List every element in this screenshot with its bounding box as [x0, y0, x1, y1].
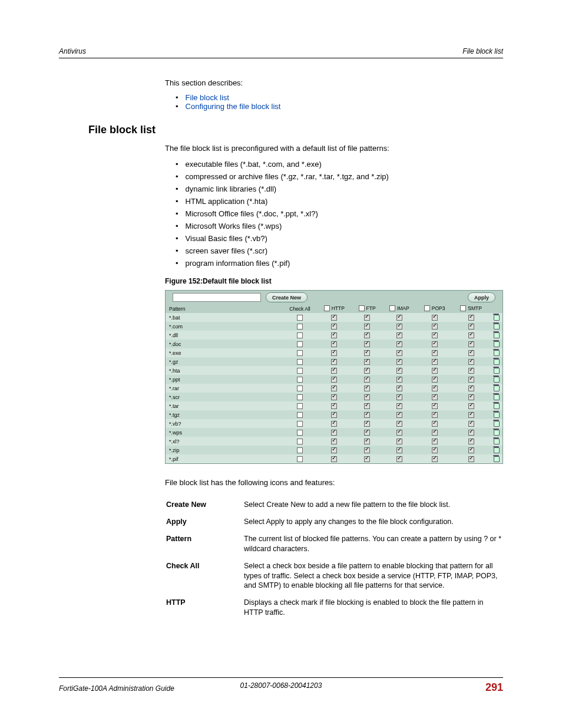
checkbox-service[interactable]: [396, 368, 402, 374]
checkbox-service[interactable]: [432, 377, 438, 383]
checkbox-service[interactable]: [468, 315, 474, 321]
checkbox-service[interactable]: [432, 430, 438, 436]
checkbox-service[interactable]: [432, 368, 438, 374]
checkbox-service[interactable]: [432, 315, 438, 321]
checkbox-checkall[interactable]: [297, 368, 303, 374]
checkbox-checkall[interactable]: [297, 456, 303, 462]
checkbox-checkall[interactable]: [297, 377, 303, 383]
checkbox-service[interactable]: [432, 324, 438, 330]
checkbox-service[interactable]: [364, 439, 370, 444]
checkbox-service[interactable]: [432, 394, 438, 400]
checkbox-service[interactable]: [396, 377, 402, 383]
checkbox-service[interactable]: [331, 430, 337, 436]
checkbox-service[interactable]: [364, 403, 370, 409]
checkbox-service[interactable]: [364, 412, 370, 418]
checkbox-service[interactable]: [364, 359, 370, 365]
trash-icon[interactable]: [493, 446, 500, 453]
checkbox-service[interactable]: [432, 456, 438, 462]
trash-icon[interactable]: [493, 331, 500, 338]
checkbox-service[interactable]: [468, 447, 474, 453]
checkbox-service[interactable]: [364, 324, 370, 330]
checkbox-checkall[interactable]: [297, 359, 303, 365]
apply-button[interactable]: Apply: [468, 292, 495, 302]
checkbox-service[interactable]: [331, 403, 337, 409]
checkbox-service[interactable]: [331, 394, 337, 400]
checkbox-service[interactable]: [364, 315, 370, 321]
checkbox-service[interactable]: [468, 412, 474, 418]
pattern-input[interactable]: [173, 293, 261, 302]
checkbox-header-imap[interactable]: [389, 305, 395, 311]
checkbox-service[interactable]: [468, 430, 474, 436]
checkbox-service[interactable]: [396, 324, 402, 330]
checkbox-service[interactable]: [468, 377, 474, 383]
checkbox-service[interactable]: [396, 350, 402, 356]
checkbox-service[interactable]: [432, 341, 438, 347]
checkbox-checkall[interactable]: [297, 403, 303, 409]
checkbox-service[interactable]: [364, 341, 370, 347]
checkbox-service[interactable]: [396, 430, 402, 436]
checkbox-checkall[interactable]: [297, 315, 303, 321]
checkbox-service[interactable]: [396, 394, 402, 400]
trash-icon[interactable]: [493, 358, 500, 364]
checkbox-service[interactable]: [331, 456, 337, 462]
checkbox-service[interactable]: [396, 456, 402, 462]
checkbox-service[interactable]: [364, 447, 370, 453]
checkbox-service[interactable]: [364, 394, 370, 400]
checkbox-header-pop3[interactable]: [424, 305, 430, 311]
checkbox-service[interactable]: [331, 412, 337, 418]
checkbox-checkall[interactable]: [297, 386, 303, 391]
checkbox-service[interactable]: [468, 386, 474, 391]
checkbox-service[interactable]: [396, 315, 402, 321]
link-file-block-list[interactable]: File block list: [186, 93, 229, 102]
checkbox-checkall[interactable]: [297, 350, 303, 356]
checkbox-service[interactable]: [432, 421, 438, 427]
checkbox-service[interactable]: [396, 412, 402, 418]
checkbox-service[interactable]: [396, 332, 402, 338]
checkbox-service[interactable]: [432, 412, 438, 418]
checkbox-checkall[interactable]: [297, 412, 303, 418]
checkbox-service[interactable]: [331, 368, 337, 374]
create-new-button[interactable]: Create New: [266, 292, 308, 302]
checkbox-service[interactable]: [331, 421, 337, 427]
checkbox-service[interactable]: [364, 350, 370, 356]
trash-icon[interactable]: [493, 429, 500, 435]
checkbox-service[interactable]: [468, 332, 474, 338]
checkbox-checkall[interactable]: [297, 394, 303, 400]
checkbox-service[interactable]: [468, 403, 474, 409]
trash-icon[interactable]: [493, 402, 500, 409]
checkbox-service[interactable]: [396, 386, 402, 391]
trash-icon[interactable]: [493, 393, 500, 400]
checkbox-service[interactable]: [331, 377, 337, 383]
checkbox-service[interactable]: [364, 456, 370, 462]
checkbox-service[interactable]: [468, 368, 474, 374]
checkbox-service[interactable]: [331, 341, 337, 347]
checkbox-service[interactable]: [331, 350, 337, 356]
checkbox-checkall[interactable]: [297, 341, 303, 347]
checkbox-service[interactable]: [364, 368, 370, 374]
checkbox-service[interactable]: [432, 332, 438, 338]
checkbox-service[interactable]: [331, 315, 337, 321]
trash-icon[interactable]: [493, 349, 500, 355]
trash-icon[interactable]: [493, 375, 500, 382]
checkbox-checkall[interactable]: [297, 439, 303, 444]
checkbox-service[interactable]: [432, 403, 438, 409]
checkbox-header-ftp[interactable]: [359, 305, 365, 311]
trash-icon[interactable]: [493, 455, 500, 462]
checkbox-service[interactable]: [396, 447, 402, 453]
checkbox-service[interactable]: [468, 456, 474, 462]
checkbox-service[interactable]: [432, 386, 438, 391]
checkbox-service[interactable]: [432, 439, 438, 444]
checkbox-service[interactable]: [331, 386, 337, 391]
checkbox-service[interactable]: [331, 332, 337, 338]
checkbox-service[interactable]: [468, 350, 474, 356]
checkbox-service[interactable]: [432, 447, 438, 453]
trash-icon[interactable]: [493, 437, 500, 444]
checkbox-service[interactable]: [468, 359, 474, 365]
checkbox-service[interactable]: [364, 377, 370, 383]
checkbox-header-smtp[interactable]: [460, 305, 466, 311]
checkbox-service[interactable]: [468, 341, 474, 347]
checkbox-service[interactable]: [396, 359, 402, 365]
trash-icon[interactable]: [493, 322, 500, 329]
trash-icon[interactable]: [493, 367, 500, 373]
checkbox-service[interactable]: [364, 430, 370, 436]
